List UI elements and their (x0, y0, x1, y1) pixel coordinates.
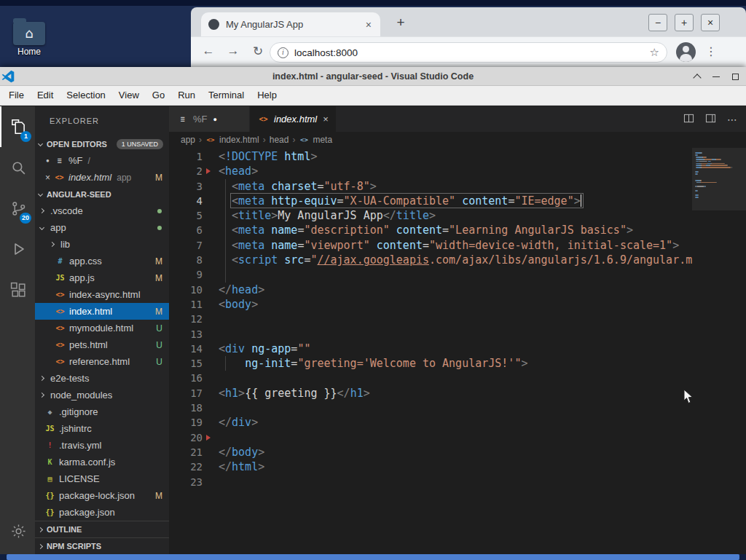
menu-help[interactable]: Help (251, 86, 283, 105)
tab-close-icon[interactable]: × (364, 19, 373, 31)
tree-item-mymodule.html[interactable]: <>mymodule.htmlU (35, 320, 169, 336)
minimap[interactable] (692, 148, 746, 554)
code-line-22[interactable]: 22</html> (169, 460, 692, 474)
code-line-20[interactable]: 20 (169, 430, 692, 445)
browser-maximize-button[interactable]: + (675, 14, 694, 31)
tree-item-package.json[interactable]: {}package.json (35, 504, 169, 521)
tree-item-reference.html[interactable]: <>reference.htmlU (35, 353, 169, 370)
bookmark-star-icon[interactable]: ☆ (650, 46, 659, 59)
activitybar-search-icon[interactable] (0, 147, 35, 188)
tree-item-node_modules[interactable]: node_modules (35, 387, 169, 403)
tree-item-package-lock.json[interactable]: {}package-lock.jsonM (35, 487, 169, 504)
open-editor-%F[interactable]: ●≡%F/ (35, 152, 169, 169)
restore-icon[interactable] (693, 74, 701, 82)
activitybar-settings-icon[interactable] (0, 510, 35, 551)
open-editor-index.html[interactable]: ×<>index.htmlappM (35, 169, 169, 186)
code-line-14[interactable]: 14<div ng-app="" (169, 342, 692, 356)
code-line-1[interactable]: 1<!DOCTYPE html> (169, 149, 692, 164)
code-line-23[interactable]: 23 (169, 475, 692, 489)
scrollbar-right-cap[interactable] (739, 554, 746, 560)
tree-item-.gitignore[interactable]: ◆.gitignore (35, 403, 169, 420)
section-npm-scripts[interactable]: NPM SCRIPTS (35, 537, 169, 554)
activitybar-source-control-icon[interactable]: 20 (0, 188, 35, 229)
code-line-15[interactable]: 15 ng-init="greeting='Welcome to Angular… (169, 356, 692, 371)
tree-item-app[interactable]: app (35, 219, 169, 236)
breadcrumb[interactable]: app›<>index.html›head›<>meta (169, 132, 746, 148)
activity-badge: 20 (20, 213, 31, 224)
address-bar[interactable]: i localhost:8000 ☆ (270, 42, 667, 63)
code-line-16[interactable]: 16 (169, 371, 692, 385)
breadcrumb-item-meta[interactable]: meta (313, 135, 332, 145)
split-editor-icon[interactable] (683, 113, 694, 126)
horizontal-scrollbar[interactable] (0, 554, 746, 560)
tree-item-.vscode[interactable]: .vscode (35, 202, 169, 219)
editor-tab-%F[interactable]: ≡%F● (169, 106, 249, 132)
code-line-2[interactable]: 2<head> (169, 164, 692, 178)
site-info-icon[interactable]: i (278, 47, 288, 58)
activitybar-explorer-icon[interactable]: 1 (0, 106, 35, 147)
breadcrumb-item-app[interactable]: app (181, 135, 195, 145)
code-line-21[interactable]: 21</body> (169, 445, 692, 460)
code-line-6[interactable]: 6 <meta name="description" content="Lear… (169, 223, 692, 237)
code-line-19[interactable]: 19</div> (169, 415, 692, 430)
menu-view[interactable]: View (112, 86, 146, 105)
tree-item-karma.conf.js[interactable]: Kkarma.conf.js (35, 454, 169, 470)
browser-close-button[interactable]: × (701, 14, 720, 31)
code-line-11[interactable]: 11<body> (169, 297, 692, 312)
code-line-17[interactable]: 17<h1>{{ greeting }}</h1> (169, 386, 692, 401)
scrollbar-slider[interactable] (7, 554, 739, 560)
forward-button[interactable]: → (224, 44, 242, 58)
menu-run[interactable]: Run (171, 86, 202, 105)
code-line-10[interactable]: 10</head> (169, 283, 692, 297)
tree-item-lib[interactable]: lib (35, 236, 169, 253)
browser-tab[interactable]: My AngularJS App × (201, 12, 380, 36)
menu-file[interactable]: File (2, 86, 31, 105)
close-icon[interactable]: × (42, 173, 53, 183)
code-line-18[interactable]: 18 (169, 401, 692, 415)
tree-item-.jshintrc[interactable]: JS.jshintrc (35, 420, 169, 437)
url-text[interactable]: localhost:8000 (294, 47, 650, 58)
menu-selection[interactable]: Selection (60, 86, 111, 105)
code-line-4[interactable]: 4 <meta http-equiv="X-UA-Compatible" con… (169, 194, 692, 208)
code-line-7[interactable]: 7 <meta name="viewport" content="width=d… (169, 238, 692, 253)
tab-close-icon[interactable]: × (323, 114, 329, 125)
project-header[interactable]: ANGULAR-SEED (35, 186, 169, 202)
profile-avatar[interactable] (676, 42, 696, 62)
tree-item-index-async.html[interactable]: <>index-async.html (35, 286, 169, 303)
menu-edit[interactable]: Edit (31, 86, 60, 105)
tree-item-app.css[interactable]: #app.cssM (35, 253, 169, 269)
code-line-3[interactable]: 3 <meta charset="utf-8"> (169, 179, 692, 194)
tree-item-app.js[interactable]: JSapp.jsM (35, 269, 169, 286)
maximize-icon[interactable] (732, 74, 739, 80)
menu-go[interactable]: Go (146, 86, 171, 105)
reload-button[interactable]: ↻ (249, 44, 267, 59)
code-line-13[interactable]: 13 (169, 327, 692, 342)
activitybar-extensions-icon[interactable] (0, 269, 35, 310)
tree-item-index.html[interactable]: <>index.htmlM (35, 303, 169, 320)
tree-item-LICENSE[interactable]: ▤LICENSE (35, 470, 169, 487)
code-line-9[interactable]: 9 (169, 267, 692, 282)
activitybar-run-debug-icon[interactable] (0, 229, 35, 269)
tree-item-pets.html[interactable]: <>pets.htmlU (35, 336, 169, 353)
open-editors-header[interactable]: OPEN EDITORS 1 UNSAVED (35, 135, 169, 152)
back-button[interactable]: ← (200, 44, 217, 58)
new-tab-button[interactable]: + (392, 15, 409, 31)
breadcrumb-item-index.html[interactable]: index.html (219, 135, 259, 145)
tree-item-e2e-tests[interactable]: e2e-tests (35, 370, 169, 387)
more-icon[interactable]: ⋯ (727, 114, 737, 125)
browser-menu-icon[interactable]: ⋮ (704, 44, 718, 58)
editor-layout-icon[interactable] (705, 113, 716, 126)
menu-terminal[interactable]: Terminal (202, 86, 251, 105)
code-line-5[interactable]: 5 <title>My AngularJS App</title> (169, 208, 692, 223)
code-editor[interactable]: 1<!DOCTYPE html>2<head>3 <meta charset="… (169, 148, 692, 554)
code-line-12[interactable]: 12 (169, 312, 692, 326)
code-line-8[interactable]: 8 <script src="//ajax.googleapis.com/aja… (169, 253, 692, 267)
editor-tab-index.html[interactable]: <>index.html× (250, 106, 336, 132)
minimize-icon[interactable] (712, 76, 720, 77)
section-outline[interactable]: OUTLINE (35, 521, 169, 537)
desktop-home-shortcut[interactable]: ⌂ Home (9, 22, 50, 57)
scrollbar-left-cap[interactable] (0, 554, 7, 560)
tree-item-.travis.yml[interactable]: !.travis.yml (35, 437, 169, 454)
breadcrumb-item-head[interactable]: head (270, 135, 289, 145)
browser-minimize-button[interactable]: − (648, 14, 667, 31)
